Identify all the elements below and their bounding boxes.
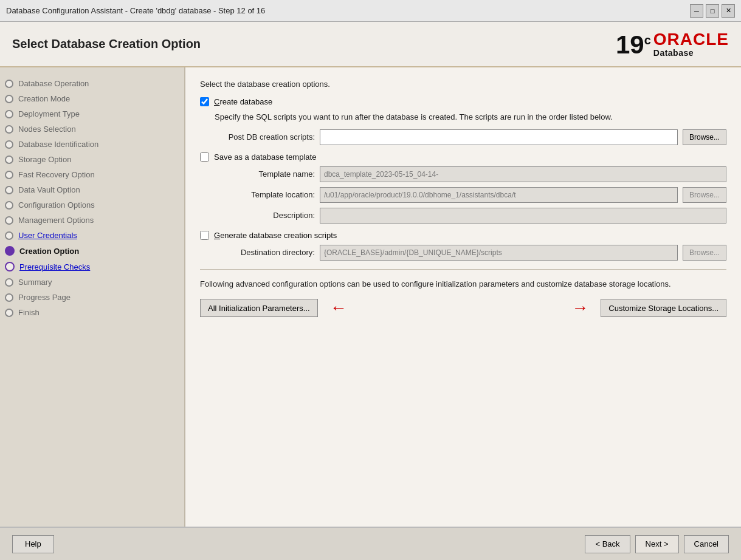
sidebar-item-configuration-options: Configuration Options [0,197,184,213]
advanced-description: Following advanced configuration options… [200,278,726,290]
customize-storage-button[interactable]: Customize Storage Locations... [601,299,726,317]
post-script-browse-button[interactable]: Browse... [683,129,726,145]
separator [200,269,726,270]
step-dot [5,293,13,302]
template-location-label: Template location: [215,190,315,199]
back-button[interactable]: < Back [585,535,630,553]
post-script-label: Post DB creation scripts: [215,132,315,142]
sidebar-item-database-operation: Database Operation [0,76,184,91]
save-template-label: Save as a database template [214,152,316,162]
advanced-buttons-row: All Initialization Parameters... ← → Cus… [200,298,726,318]
cancel-button[interactable]: Cancel [684,535,729,553]
post-script-row: Post DB creation scripts: Browse... [215,129,726,145]
minimize-button[interactable]: ─ [690,4,703,18]
dest-dir-indent: Destination directory: Browse... [215,245,726,261]
step-dot [5,262,15,271]
step-dot [5,186,13,194]
sidebar: Database Operation Creation Mode Deploym… [0,67,185,527]
sidebar-item-finish: Finish [0,305,184,320]
dest-dir-label: Destination directory: [215,248,315,257]
template-name-row: Template name: [215,166,726,182]
sidebar-item-fast-recovery-option: Fast Recovery Option [0,167,184,182]
content-area: Database Operation Creation Mode Deploym… [0,67,741,527]
header: Select Database Creation Option 19c ORAC… [0,22,741,67]
step-dot [5,201,13,210]
description-label: Description: [215,211,315,220]
create-db-indent: Specify the SQL scripts you want to run … [215,111,726,145]
footer: Help < Back Next > Cancel [0,527,741,560]
title-bar: Database Configuration Assistant - Creat… [0,0,741,22]
step-dot [5,140,13,149]
step-dot [5,110,13,118]
footer-right-buttons: < Back Next > Cancel [585,535,729,553]
template-location-row: Template location: Browse... [215,187,726,203]
template-name-label: Template name: [215,169,315,179]
save-template-checkbox[interactable] [200,152,209,162]
step-dot-current [5,246,15,256]
save-template-option-row: Save as a database template [200,152,726,162]
generate-scripts-label: Generate database creation scripts [214,231,337,240]
title-bar-text: Database Configuration Assistant - Creat… [6,6,265,15]
post-scripts-description: Specify the SQL scripts you want to run … [215,111,726,123]
next-button[interactable]: Next > [635,535,679,553]
sidebar-item-prerequisite-checks[interactable]: Prerequisite Checks [0,259,184,275]
title-bar-buttons: ─ □ ✕ [690,4,735,18]
oracle-logo: 19c ORACLE Database [616,31,729,58]
sidebar-item-creation-mode: Creation Mode [0,91,184,106]
dest-dir-browse-button: Browse... [683,245,726,261]
window-body: Select Database Creation Option 19c ORAC… [0,22,741,560]
sidebar-item-progress-page: Progress Page [0,290,184,305]
step-dot [5,80,13,88]
template-fields-indent: Template name: Template location: Browse… [215,166,726,224]
sidebar-item-storage-option: Storage Option [0,152,184,167]
sidebar-item-database-identification: Database Identification [0,137,184,152]
oracle-sub: Database [653,48,694,58]
description-row: Description: [215,208,726,224]
sidebar-item-management-options: Management Options [0,213,184,228]
left-arrow-icon: ← [330,298,347,318]
sidebar-item-deployment-type: Deployment Type [0,106,184,121]
step-dot [5,125,13,134]
sidebar-item-data-vault-option: Data Vault Option [0,182,184,197]
template-location-browse-button: Browse... [683,187,726,203]
step-dot [5,171,13,179]
step-dot [5,309,13,317]
help-button[interactable]: Help [12,535,54,553]
step-dot [5,278,13,287]
sidebar-item-creation-option: Creation Option [0,243,184,259]
section-description: Select the database creation options. [200,80,726,89]
template-name-input [320,166,726,182]
generate-scripts-checkbox[interactable] [200,231,209,240]
sidebar-item-summary: Summary [0,275,184,290]
create-db-option-row: Create database [200,97,726,106]
dest-dir-input [320,245,678,261]
main-panel: Select the database creation options. Cr… [185,67,741,527]
generate-scripts-option-row: Generate database creation scripts [200,231,726,240]
all-init-params-button[interactable]: All Initialization Parameters... [200,299,318,317]
description-input [320,208,726,224]
maximize-button[interactable]: □ [706,4,719,18]
sidebar-item-user-credentials[interactable]: User Credentials [0,228,184,243]
sidebar-item-nodes-selection: Nodes Selection [0,121,184,137]
step-dot [5,231,13,240]
oracle-brand: ORACLE [653,31,729,48]
dest-dir-row: Destination directory: Browse... [215,245,726,261]
close-button[interactable]: ✕ [722,4,735,18]
create-database-checkbox[interactable] [200,97,209,106]
step-dot [5,216,13,225]
step-dot [5,95,13,103]
post-script-input[interactable] [320,129,678,145]
create-database-label: Create database [214,97,272,106]
page-title: Select Database Creation Option [12,37,201,51]
step-dot [5,155,13,164]
oracle-version: 19c [616,32,651,58]
template-location-input [320,187,678,203]
right-arrow-icon: → [571,298,588,318]
oracle-text: ORACLE Database [653,31,729,58]
